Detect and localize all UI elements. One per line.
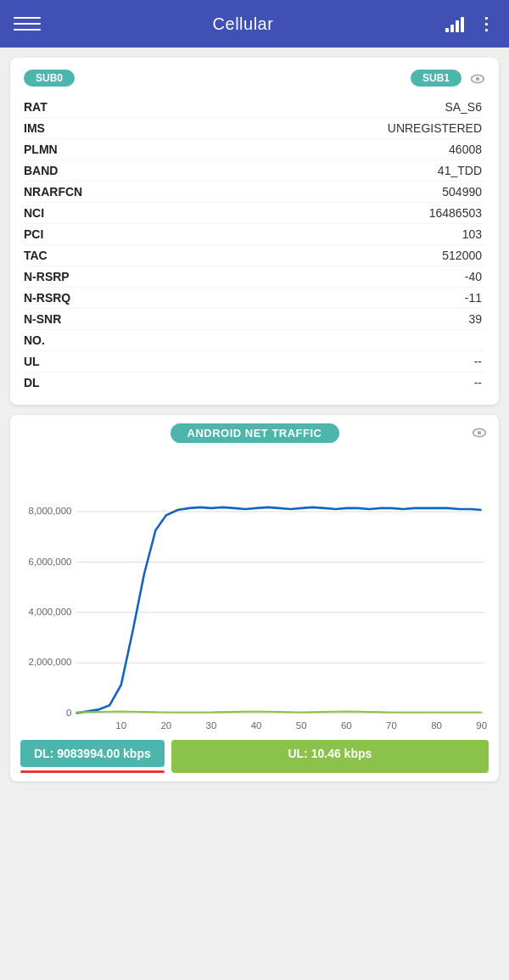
info-row: DL--	[24, 372, 485, 393]
info-label: NO.	[24, 333, 109, 347]
signal-icon	[445, 15, 464, 32]
info-row: NCI16486503	[24, 203, 485, 224]
info-value: -40	[465, 270, 485, 283]
info-row: PLMN46008	[24, 139, 485, 160]
info-label: N-SNR	[24, 312, 109, 326]
info-value: 39	[468, 312, 485, 326]
svg-text:6,000,000: 6,000,000	[29, 557, 72, 567]
traffic-chart-card: ANDROID NET TRAFFIC 0 2,000,000 4,000,00…	[10, 415, 499, 781]
info-row: PCI103	[24, 224, 485, 245]
svg-text:2,000,000: 2,000,000	[29, 657, 72, 667]
svg-text:80: 80	[431, 720, 442, 731]
info-value: 504990	[442, 185, 485, 199]
info-row: RATSA_S6	[24, 97, 485, 118]
info-row: NO.	[24, 330, 485, 351]
cellular-info-card: SUB0 SUB1 RATSA_S6IMSUNREGISTEREDPLMN460…	[10, 58, 499, 405]
info-row: IMSUNREGISTERED	[24, 118, 485, 139]
info-value: 46008	[449, 143, 485, 156]
svg-text:70: 70	[386, 720, 397, 731]
svg-text:0: 0	[66, 708, 71, 718]
svg-text:10: 10	[115, 720, 126, 731]
dl-line	[76, 507, 482, 714]
info-row: BAND41_TDD	[24, 160, 485, 182]
info-label: N-RSRQ	[24, 291, 109, 305]
sub-badges: SUB0 SUB1	[24, 70, 485, 87]
svg-text:4,000,000: 4,000,000	[29, 607, 72, 617]
info-value: 512000	[442, 249, 485, 262]
info-label: N-RSRP	[24, 270, 109, 283]
svg-text:90: 90	[476, 720, 487, 731]
chart-stats: DL: 9083994.00 kbps UL: 10.46 kbps	[20, 740, 489, 773]
info-label: UL	[24, 355, 109, 368]
info-label: RAT	[24, 100, 109, 114]
info-value: --	[474, 376, 485, 389]
info-value: -11	[465, 291, 485, 305]
svg-text:40: 40	[251, 720, 262, 731]
svg-point-1	[476, 77, 480, 81]
info-label: NRARFCN	[24, 185, 109, 199]
info-row: N-RSRP-40	[24, 266, 485, 288]
dl-stat: DL: 9083994.00 kbps	[20, 740, 165, 767]
info-label: IMS	[24, 121, 109, 135]
info-value: 103	[462, 227, 485, 241]
info-rows: RATSA_S6IMSUNREGISTEREDPLMN46008BAND41_T…	[24, 97, 485, 393]
chart-container: 0 2,000,000 4,000,000 6,000,000 8,000,00…	[20, 446, 489, 731]
chart-header: ANDROID NET TRAFFIC	[20, 423, 489, 443]
menu-icon[interactable]	[14, 17, 41, 31]
info-value: --	[474, 355, 485, 368]
dl-stat-bar	[20, 770, 165, 773]
sub0-badge[interactable]: SUB0	[24, 70, 75, 87]
traffic-chart-svg: 0 2,000,000 4,000,000 6,000,000 8,000,00…	[20, 446, 489, 729]
info-row: TAC512000	[24, 245, 485, 266]
svg-text:20: 20	[160, 720, 171, 731]
page-title: Cellular	[41, 14, 445, 34]
sub1-badge[interactable]: SUB1	[411, 70, 461, 87]
info-label: PLMN	[24, 143, 109, 156]
more-icon[interactable]: ⋮	[478, 14, 495, 34]
svg-text:8,000,000: 8,000,000	[29, 506, 72, 516]
ul-line	[76, 711, 482, 712]
top-bar: Cellular ⋮	[0, 0, 509, 48]
dl-stat-container: DL: 9083994.00 kbps	[20, 740, 165, 773]
info-row: N-RSRQ-11	[24, 288, 485, 309]
info-label: BAND	[24, 164, 109, 177]
info-value: UNREGISTERED	[388, 121, 485, 135]
info-row: UL--	[24, 351, 485, 372]
info-label: PCI	[24, 227, 109, 241]
top-bar-icons: ⋮	[445, 14, 495, 34]
info-label: TAC	[24, 249, 109, 262]
info-row: N-SNR39	[24, 309, 485, 330]
svg-text:30: 30	[206, 720, 217, 731]
info-label: NCI	[24, 206, 109, 220]
visibility-toggle-icon[interactable]	[468, 70, 487, 91]
info-value: 41_TDD	[438, 164, 485, 177]
info-value: SA_S6	[445, 100, 485, 114]
info-value: 16486503	[429, 206, 485, 220]
svg-point-3	[478, 431, 482, 435]
svg-text:50: 50	[296, 720, 307, 731]
chart-visibility-icon[interactable]	[470, 423, 489, 445]
svg-text:60: 60	[341, 720, 352, 731]
info-row: NRARFCN504990	[24, 182, 485, 203]
chart-title: ANDROID NET TRAFFIC	[171, 423, 339, 443]
ul-stat: UL: 10.46 kbps	[171, 740, 489, 773]
info-label: DL	[24, 376, 109, 389]
content-area: SUB0 SUB1 RATSA_S6IMSUNREGISTEREDPLMN460…	[0, 48, 509, 792]
